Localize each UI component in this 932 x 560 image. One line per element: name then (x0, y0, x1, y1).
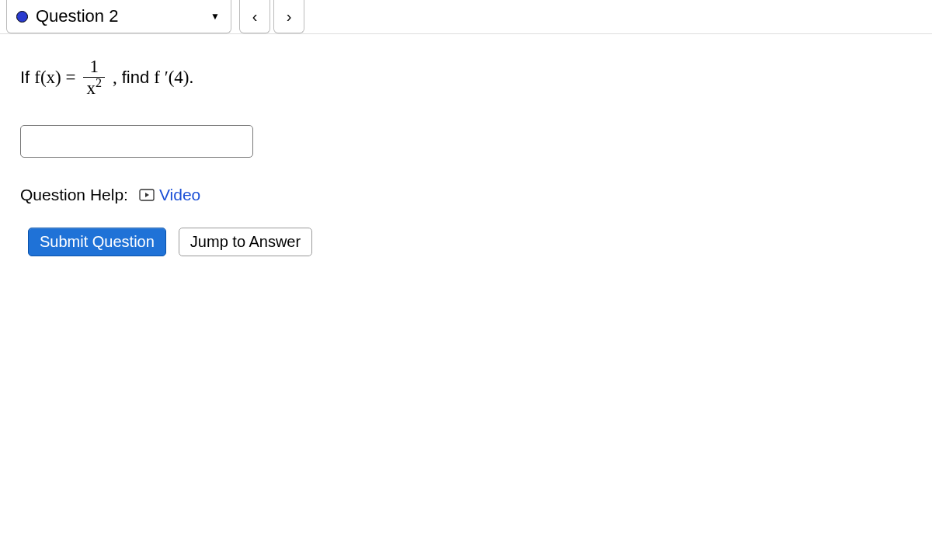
prev-question-button[interactable]: ‹ (239, 0, 270, 33)
video-icon (139, 189, 155, 201)
chevron-left-icon: ‹ (252, 8, 258, 26)
question-help-row: Question Help: Video (20, 186, 912, 204)
next-question-button[interactable]: › (273, 0, 304, 33)
question-content: If f(x) = 1 x2 , find f ′(4). Question H… (0, 34, 932, 256)
fraction: 1 x2 (83, 57, 105, 97)
question-nav-group: ‹ › (239, 0, 304, 33)
question-selector-label: Question 2 (36, 6, 203, 26)
action-button-row: Submit Question Jump to Answer (28, 228, 912, 256)
fraction-numerator: 1 (86, 57, 102, 77)
prompt-fprime: f ′(4). (154, 68, 193, 88)
question-help-label: Question Help: (20, 186, 128, 204)
status-dot-icon (16, 11, 28, 23)
caret-down-icon: ▼ (210, 11, 220, 22)
fraction-den-base: x (86, 78, 96, 98)
question-toolbar: Question 2 ▼ ‹ › (0, 0, 932, 34)
prompt-if: If (20, 68, 30, 88)
prompt-comma: , (113, 68, 117, 88)
svg-marker-1 (145, 193, 149, 197)
chevron-right-icon: › (287, 8, 292, 26)
submit-question-button[interactable]: Submit Question (28, 228, 166, 256)
video-help-link[interactable]: Video (139, 186, 200, 204)
prompt-find: find (122, 68, 149, 88)
prompt-fx-lhs: f(x) = (34, 68, 75, 88)
fraction-den-exp: 2 (96, 76, 102, 89)
question-prompt: If f(x) = 1 x2 , find f ′(4). (20, 57, 912, 97)
question-selector[interactable]: Question 2 ▼ (6, 0, 231, 33)
video-help-label: Video (159, 186, 200, 204)
fraction-denominator: x2 (83, 77, 105, 97)
jump-to-answer-button[interactable]: Jump to Answer (179, 228, 312, 256)
answer-input[interactable] (20, 125, 253, 158)
